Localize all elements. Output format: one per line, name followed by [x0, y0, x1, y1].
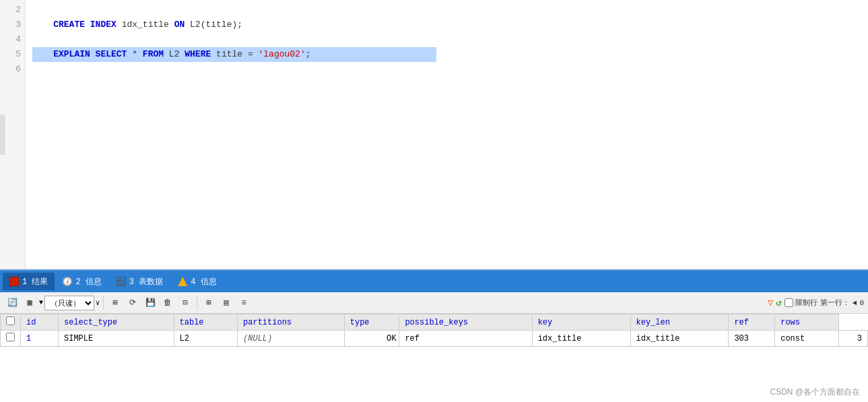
readonly-select[interactable]: （只读） [44, 296, 94, 310]
delete-btn[interactable]: 🗑 [160, 295, 176, 311]
col-key-len[interactable]: key_len [630, 314, 729, 331]
col-rows[interactable]: rows [775, 314, 839, 331]
nav-next-btn[interactable]: 0 [859, 299, 864, 307]
filter-funnel-icon[interactable]: ▽ [768, 297, 773, 308]
info-icon: i [63, 277, 72, 286]
table-icon [116, 277, 126, 286]
col-btn2[interactable]: ▤ [218, 295, 234, 311]
results-table: id select_type table partitions type pos… [0, 314, 868, 347]
limit-checkbox-container[interactable]: 限制行 [784, 298, 817, 308]
grid-icon: ▦ [27, 298, 32, 308]
tab-info2[interactable]: 4 信息 [171, 273, 223, 290]
refresh-icon: 🔄 [7, 298, 18, 308]
col-possible-keys[interactable]: possible_keys [399, 314, 532, 331]
row-key-len: 303 [729, 331, 775, 347]
line-num-4: 4 [15, 32, 21, 47]
limit-label: 限制行 [795, 298, 817, 308]
code-line-6 [32, 62, 861, 77]
line-num-3: 3 [15, 18, 21, 32]
row-id: 1 [21, 331, 59, 347]
save-icon: 💾 [145, 298, 156, 308]
tab-info2-label: 4 信息 [191, 276, 216, 288]
result-icon [9, 277, 19, 286]
grid-btn[interactable]: ▦ [22, 295, 38, 311]
col-type[interactable]: type [344, 314, 399, 331]
filter-icon2: ⊞ [112, 298, 117, 308]
toolbar-right: ▽ ↺ 限制行 第一行： ◄ 0 [768, 297, 864, 308]
tab-info[interactable]: i 2 信息 [56, 273, 108, 290]
bottom-panel: 1 结果 i 2 信息 3 表数据 4 信息 🔄 ▦ ▼ （只读） ∨ [0, 269, 868, 402]
dropdown-arrow[interactable]: ▼ [39, 299, 43, 306]
save-btn[interactable]: 💾 [142, 295, 158, 311]
col-key[interactable]: key [532, 314, 630, 331]
row-possible-keys: idx_title [532, 331, 630, 347]
row-type-ok: OK [344, 331, 399, 347]
first-row-label: 第一行： [820, 298, 850, 308]
limit-checkbox[interactable] [784, 298, 793, 307]
col-partitions[interactable]: partitions [238, 314, 345, 331]
select-all-checkbox[interactable] [6, 316, 15, 325]
table-row: 1 SIMPLE L2 (NULL) OK ref idx_title idx_… [1, 331, 868, 347]
tab-info-label: 2 信息 [75, 276, 101, 288]
line-num-6: 6 [15, 62, 21, 77]
results-toolbar: 🔄 ▦ ▼ （只读） ∨ ⊞ ⟳ 💾 🗑 ⊡ ⊞ ▤ [0, 292, 868, 314]
export-btn[interactable]: ⊡ [177, 295, 193, 311]
filter-btn[interactable]: ⊞ [107, 295, 123, 311]
delete-icon: 🗑 [164, 298, 172, 308]
row-select-checkbox[interactable] [6, 333, 15, 341]
refresh-btn[interactable]: 🔄 [4, 295, 20, 311]
watermark: CSDN @各个方面都自在 [770, 387, 860, 398]
row-table: L2 [174, 331, 238, 347]
col-icon2: ▤ [224, 298, 228, 308]
col-checkbox [1, 314, 21, 331]
col-icon3: ≡ [241, 298, 246, 308]
sort-icon: ⟳ [129, 298, 136, 308]
code-line-4 [32, 32, 861, 47]
sort-btn[interactable]: ⟳ [125, 295, 141, 311]
results-table-container: id select_type table partitions type pos… [0, 314, 868, 347]
tab-result-label: 1 结果 [22, 276, 48, 288]
tab-tabledata[interactable]: 3 表数据 [110, 273, 170, 290]
row-select-type: SIMPLE [58, 331, 174, 347]
export-icon: ⊡ [182, 298, 187, 308]
dropdown-arrow2[interactable]: ∨ [96, 299, 100, 307]
nav-prev-btn[interactable]: ◄ [853, 299, 857, 307]
col-select-type[interactable]: select_type [58, 314, 174, 331]
col-table[interactable]: table [174, 314, 238, 331]
editor-area: 2 3 4 5 6 CREATE INDEX idx_title ON L2(t… [0, 0, 868, 269]
tab-bar: 1 结果 i 2 信息 3 表数据 4 信息 [0, 271, 868, 292]
code-line-5: EXPLAIN SELECT * FROM L2 WHERE title = '… [32, 47, 861, 62]
tab-result[interactable]: 1 结果 [3, 273, 55, 290]
separator-1 [103, 296, 104, 310]
code-content[interactable]: CREATE INDEX idx_title ON L2(title); EXP… [26, 0, 868, 269]
col-icon1: ⊞ [206, 298, 211, 308]
row-rows: 3 [838, 331, 867, 347]
left-scroll-indicator[interactable] [0, 114, 5, 155]
col-btn3[interactable]: ≡ [236, 295, 252, 311]
code-line-3: CREATE INDEX idx_title ON L2(title); [32, 18, 861, 32]
tab-tabledata-label: 3 表数据 [129, 276, 163, 288]
row-checkbox[interactable] [1, 331, 21, 347]
col-ref[interactable]: ref [729, 314, 775, 331]
row-partitions: (NULL) [238, 331, 345, 347]
refresh-green-icon[interactable]: ↺ [776, 297, 781, 308]
row-ref: const [775, 331, 839, 347]
line-num-5: 5 [15, 47, 21, 62]
code-line-2 [32, 3, 861, 18]
col-id[interactable]: id [21, 314, 59, 331]
warning-icon [178, 277, 187, 286]
separator-2 [197, 296, 197, 310]
col-btn1[interactable]: ⊞ [201, 295, 217, 311]
row-type2: ref [399, 331, 532, 347]
line-num-2: 2 [15, 3, 21, 18]
row-key: idx_title [630, 331, 729, 347]
